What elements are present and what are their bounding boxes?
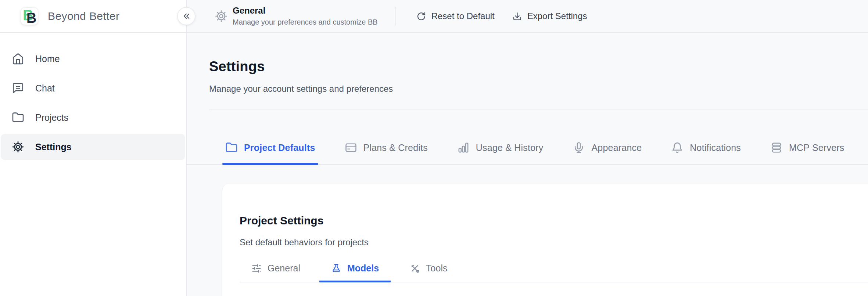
download-icon (512, 11, 522, 21)
export-settings-button[interactable]: Export Settings (512, 11, 587, 21)
tab-plans-credits[interactable]: Plans & Credits (342, 141, 431, 164)
tab-label: Project Defaults (244, 142, 315, 153)
card-title: Project Settings (240, 214, 868, 227)
folder-icon (225, 141, 238, 154)
tab-usage-history[interactable]: Usage & History (454, 141, 546, 164)
folder-icon (12, 111, 24, 124)
main-area: General Manage your preferences and cust… (187, 0, 868, 296)
app-logo: B B (21, 7, 38, 25)
button-label: Reset to Default (431, 11, 495, 21)
tab-label: Appearance (591, 142, 642, 153)
sidebar-item-label: Home (35, 54, 60, 64)
reset-to-default-button[interactable]: Reset to Default (416, 11, 495, 21)
server-stack-icon (770, 141, 783, 154)
sidebar-item-label: Settings (35, 142, 72, 152)
chat-icon (12, 82, 24, 94)
card-tab-models[interactable]: Models (319, 263, 391, 282)
button-label: Export Settings (527, 11, 587, 21)
sidebar-item-settings[interactable]: Settings (1, 134, 185, 160)
credit-card-icon (345, 141, 357, 154)
brand-name: Beyond Better (48, 10, 119, 22)
tab-appearance[interactable]: Appearance (570, 141, 645, 164)
sliders-icon (251, 263, 262, 274)
topbar-text: General Manage your preferences and cust… (233, 6, 378, 26)
card-tab-label: Tools (426, 263, 447, 274)
topbar: General Manage your preferences and cust… (187, 0, 868, 33)
refresh-icon (416, 11, 426, 21)
microphone-icon (573, 141, 585, 154)
sidebar-nav: HomeChatProjectsSettings (0, 33, 186, 160)
sidebar: B B Beyond Better HomeChatProjectsSettin… (0, 0, 187, 296)
gear-icon (12, 141, 24, 153)
settings-tabs: Project DefaultsPlans & CreditsUsage & H… (187, 109, 868, 165)
tab-label: Notifications (690, 142, 741, 153)
card-tab-label: Models (347, 263, 379, 274)
topbar-title: General (233, 6, 378, 15)
card-tab-general[interactable]: General (240, 263, 312, 282)
sidebar-item-projects[interactable]: Projects (1, 104, 185, 131)
tools-icon (410, 263, 420, 274)
sidebar-item-chat[interactable]: Chat (1, 75, 185, 101)
tab-label: Usage & History (476, 142, 544, 153)
card-subtitle: Set default behaviors for projects (240, 237, 868, 248)
logo-letter-front: B (26, 11, 36, 25)
settings-content: Settings Manage your account settings an… (187, 33, 868, 296)
card-tab-label: General (268, 263, 300, 274)
sidebar-item-label: Projects (35, 112, 68, 123)
tab-notifications[interactable]: Notifications (668, 141, 744, 164)
tab-label: Plans & Credits (363, 142, 428, 153)
bar-chart-icon (457, 141, 470, 154)
project-settings-tabs: GeneralModelsTools (240, 263, 868, 282)
tab-label: MCP Servers (789, 142, 844, 153)
tab-project-defaults[interactable]: Project Defaults (222, 141, 318, 164)
page-title: Settings (209, 59, 868, 75)
tab-mcp-servers[interactable]: MCP Servers (767, 141, 847, 164)
sidebar-header: B B Beyond Better (0, 0, 186, 33)
bell-icon (671, 141, 684, 154)
card-tab-tools[interactable]: Tools (398, 263, 459, 282)
gear-icon (215, 10, 228, 23)
chevrons-left-icon (182, 11, 191, 21)
sidebar-item-home[interactable]: Home (1, 46, 185, 72)
flask-icon (331, 263, 341, 274)
topbar-subtitle: Manage your preferences and customize BB (233, 18, 378, 26)
sidebar-item-label: Chat (35, 83, 55, 94)
sidebar-collapse-button[interactable] (177, 7, 196, 25)
home-icon (12, 53, 24, 65)
project-settings-card: Project Settings Set default behaviors f… (222, 184, 868, 296)
page-subtitle: Manage your account settings and prefere… (209, 84, 868, 94)
